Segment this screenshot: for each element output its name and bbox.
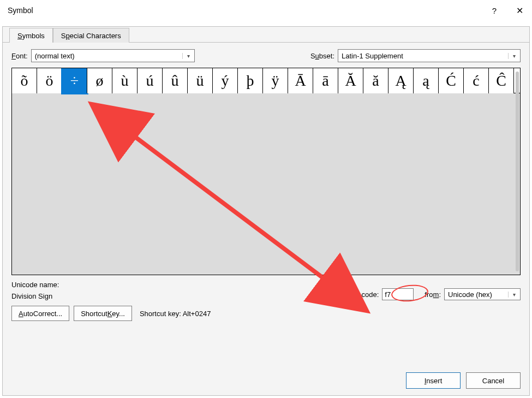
symbol-cell[interactable]: Ĉ [489,68,514,93]
font-label: Font: [11,52,28,60]
shortcut-buttons-row: AutoCorrect... Shortcut Key... Shortcut … [11,306,521,321]
symbol-cell[interactable]: þ [238,68,263,93]
subset-combo[interactable]: Latin-1 Supplement ▾ [338,49,521,62]
symbol-cell[interactable]: ą [414,68,439,93]
titlebar: Symbol ? ✕ [0,0,532,21]
character-code-label: Character code: [328,290,379,299]
subset-label: Subset: [310,52,334,60]
shortcut-info: Shortcut key: Alt+0247 [140,310,211,318]
symbol-cell[interactable]: Ā [288,68,313,93]
autocorrect-button[interactable]: AutoCorrect... [11,306,69,321]
from-value: Unicode (hex) [448,290,492,299]
chevron-down-icon: ▾ [182,53,192,59]
from-combo[interactable]: Unicode (hex) ▾ [444,288,521,300]
tab-special-label: Special Characters [61,32,121,40]
symbol-row: õö÷øùúûüýþÿĀāĂăĄąĆćĈ [12,68,520,93]
close-button[interactable]: ✕ [507,0,532,21]
dialog-footer: Insert Cancel [406,372,521,389]
subset-value: Latin-1 Supplement [342,52,403,60]
symbol-cell[interactable]: ù [112,68,138,93]
symbols-panel: Font: (normal text) ▾ Subset: Latin-1 Su… [3,43,529,325]
tab-symbols-label: Symbols [17,32,45,40]
symbol-cell[interactable]: ć [464,68,489,93]
titlebar-buttons: ? ✕ [482,0,532,21]
tab-strip: Symbols Special Characters [3,26,529,43]
symbol-cell[interactable]: û [163,68,188,93]
symbol-cell[interactable]: ú [138,68,163,93]
symbol-cell[interactable]: Ă [338,68,363,93]
chevron-down-icon: ▾ [508,53,518,59]
cancel-button[interactable]: Cancel [466,372,521,389]
dialog-content: Symbols Special Characters Font: (normal… [2,26,530,396]
symbol-cell[interactable]: ă [363,68,388,93]
symbol-cell[interactable]: ÿ [263,68,288,93]
symbol-cell[interactable]: Ą [388,68,414,93]
symbol-cell[interactable]: ā [313,68,338,93]
tab-special-characters[interactable]: Special Characters [53,28,129,43]
symbol-cell[interactable]: ø [87,68,112,93]
shortcut-key-button[interactable]: Shortcut Key... [74,306,132,321]
window-title: Symbol [8,6,33,15]
unicode-name-label: Unicode name: [11,281,59,289]
unicode-name-block: Unicode name: Division Sign [11,281,59,300]
character-code-input[interactable] [382,288,414,300]
scrollbar[interactable] [516,72,519,271]
font-combo[interactable]: (normal text) ▾ [31,49,195,62]
symbol-cell[interactable]: õ [12,68,37,93]
from-label: from: [425,290,441,299]
symbol-cell[interactable]: Ć [439,68,464,93]
symbol-grid[interactable]: õö÷øùúûüýþÿĀāĂăĄąĆćĈ [11,68,521,275]
help-button[interactable]: ? [482,0,507,21]
symbol-cell[interactable]: ö [37,68,62,93]
chevron-down-icon: ▾ [508,292,518,298]
font-value: (normal text) [35,52,75,60]
symbol-cell[interactable]: ÷ [62,68,87,93]
symbol-cell[interactable]: ý [213,68,238,93]
insert-button[interactable]: Insert [406,372,461,389]
tab-symbols[interactable]: Symbols [9,28,53,43]
character-code-group: Character code: from: Unicode (hex) ▾ [328,288,521,300]
unicode-info-row: Unicode name: Division Sign Character co… [11,281,521,300]
font-subset-row: Font: (normal text) ▾ Subset: Latin-1 Su… [11,49,521,62]
unicode-name-value: Division Sign [11,292,59,300]
symbol-cell[interactable]: ü [188,68,213,93]
